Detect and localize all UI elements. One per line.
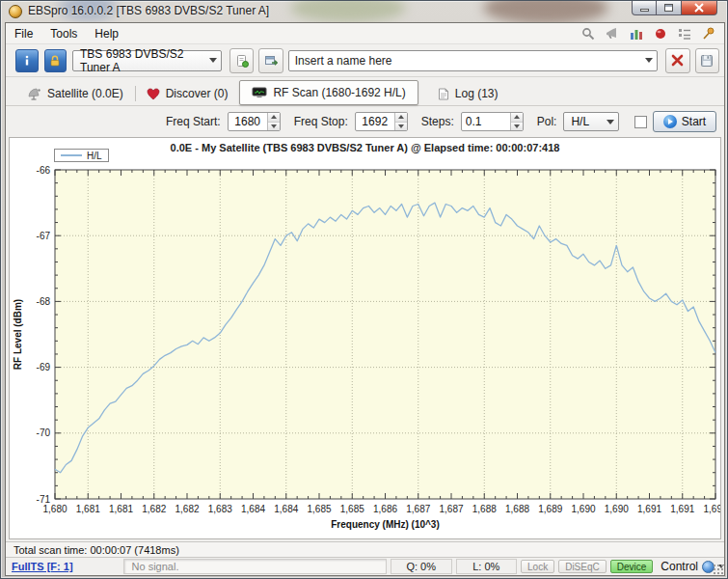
tab-satellite[interactable]: Satellite (0.0E) xyxy=(15,82,135,105)
freq-stop-input[interactable] xyxy=(356,113,394,130)
tab-log[interactable]: Log (13) xyxy=(426,82,510,105)
info-button[interactable] xyxy=(15,49,39,72)
svg-text:1,688: 1,688 xyxy=(472,504,497,514)
fullts-cell: FullTS [F: 1] xyxy=(6,559,120,574)
heart-icon xyxy=(147,88,160,100)
steps-input[interactable] xyxy=(462,113,510,130)
note-tag-icon xyxy=(235,54,249,68)
chevron-up-icon xyxy=(514,115,520,119)
lock-button[interactable] xyxy=(44,49,67,72)
menu-help[interactable]: Help xyxy=(86,24,127,43)
svg-text:1,689: 1,689 xyxy=(538,504,562,514)
resize-grip[interactable] xyxy=(712,563,723,574)
task-list-icon[interactable] xyxy=(677,26,692,41)
svg-text:1,688: 1,688 xyxy=(505,504,529,514)
save-floppy-icon xyxy=(700,54,714,68)
pol-label: Pol: xyxy=(537,115,557,128)
spin-down-button[interactable] xyxy=(268,123,280,131)
minimize-icon xyxy=(640,9,649,12)
fullts-link[interactable]: FullTS [F: 1] xyxy=(12,561,73,572)
satellite-dish-icon xyxy=(27,88,41,100)
svg-text:1,685: 1,685 xyxy=(340,504,364,514)
loop-checkbox[interactable] xyxy=(634,116,647,128)
tab-label: Discover (0) xyxy=(166,87,229,100)
announce-icon[interactable] xyxy=(605,26,620,41)
freq-start-label: Freq Start: xyxy=(166,115,221,128)
svg-text:1,690: 1,690 xyxy=(571,504,595,514)
name-combo-dropdown[interactable] xyxy=(641,51,657,70)
svg-text:Frequency (MHz) (10^3): Frequency (MHz) (10^3) xyxy=(331,519,440,530)
pol-select[interactable]: H/L xyxy=(563,112,619,131)
app-window: EBSpro 16.0.0.2 [TBS 6983 DVBS/S2 Tuner … xyxy=(0,0,728,579)
export-window-icon xyxy=(264,54,278,68)
freq-stop-label: Freq Stop: xyxy=(294,115,348,128)
svg-text:-71: -71 xyxy=(37,494,51,505)
svg-text:1,684: 1,684 xyxy=(241,504,265,514)
bar-chart-icon[interactable] xyxy=(629,26,644,41)
chart-title: 0.0E - My Satellite (TBS 6983 DVBS/S2 Tu… xyxy=(10,142,720,153)
svg-text:-67: -67 xyxy=(37,231,51,241)
device-button[interactable]: Device xyxy=(610,560,654,573)
tuner-select[interactable]: TBS 6983 DVBS/S2 Tuner A xyxy=(72,50,222,71)
record-icon[interactable] xyxy=(653,26,668,41)
scan-time-text: Total scan time: 00:00:07 (7418ms) xyxy=(13,544,179,556)
menu-bar: File Tools Help xyxy=(6,23,724,44)
spinner-arrows xyxy=(267,113,280,130)
pin-icon[interactable] xyxy=(701,26,716,41)
menu-tools[interactable]: Tools xyxy=(41,24,86,43)
svg-text:1,682: 1,682 xyxy=(142,504,166,514)
client-area: File Tools Help xyxy=(5,22,725,576)
svg-text:1,687: 1,687 xyxy=(439,504,463,514)
search-icon[interactable] xyxy=(580,26,596,41)
chevron-up-icon xyxy=(271,115,277,119)
tab-rf-scan[interactable]: RF Scan (1680-1692 H/L) xyxy=(239,80,418,105)
lock-indicator-button[interactable]: Lock xyxy=(521,560,554,573)
name-combo-input[interactable] xyxy=(289,54,641,68)
freq-start-input[interactable] xyxy=(229,113,267,130)
freq-stop-spinner xyxy=(355,112,408,131)
delete-x-icon xyxy=(671,54,684,67)
spin-down-button[interactable] xyxy=(511,123,523,131)
minimize-button[interactable] xyxy=(632,1,657,15)
tab-discover[interactable]: Discover (0) xyxy=(135,82,240,105)
spin-up-button[interactable] xyxy=(395,113,407,123)
close-button[interactable] xyxy=(681,1,717,15)
titlebar[interactable]: EBSpro 16.0.0.2 [TBS 6983 DVBS/S2 Tuner … xyxy=(1,1,728,22)
save-button[interactable] xyxy=(695,48,719,73)
quality-cell: Q: 0% xyxy=(391,559,452,574)
signal-status-field: No signal. xyxy=(123,559,387,574)
svg-text:1,686: 1,686 xyxy=(373,504,397,514)
steps-spinner xyxy=(461,112,524,131)
svg-text:1,681: 1,681 xyxy=(76,504,100,514)
caption-buttons xyxy=(632,1,717,15)
lock-icon xyxy=(48,54,62,68)
tab-label: RF Scan (1680-1692 H/L) xyxy=(273,86,405,99)
tab-label: Log (13) xyxy=(455,87,499,100)
svg-text:-70: -70 xyxy=(37,427,51,438)
log-page-icon xyxy=(438,88,449,100)
svg-text:-66: -66 xyxy=(37,165,51,176)
spin-down-button[interactable] xyxy=(395,123,407,131)
start-button[interactable]: Start xyxy=(653,111,716,132)
level-cell: L: 0% xyxy=(456,559,518,574)
maximize-button[interactable] xyxy=(657,1,681,15)
diseqc-button[interactable]: DiSEqC xyxy=(558,560,607,573)
menu-file[interactable]: File xyxy=(6,24,41,43)
app-logo-icon xyxy=(9,5,22,18)
chart-legend: H/L xyxy=(54,149,109,162)
svg-text:1,691: 1,691 xyxy=(637,504,661,514)
svg-text:1,681: 1,681 xyxy=(109,504,133,514)
svg-text:1,687: 1,687 xyxy=(406,504,430,514)
svg-text:RF Level (dBm): RF Level (dBm) xyxy=(13,299,23,370)
export-window-button[interactable] xyxy=(258,48,283,73)
spin-up-button[interactable] xyxy=(268,113,280,123)
spinner-arrows xyxy=(394,113,407,130)
note-tag-button[interactable] xyxy=(229,48,254,73)
svg-text:-69: -69 xyxy=(37,362,51,372)
svg-text:1,683: 1,683 xyxy=(208,504,232,514)
chevron-up-icon xyxy=(398,115,404,119)
freq-start-spinner xyxy=(228,112,281,131)
toolbar: TBS 6983 DVBS/S2 Tuner A xyxy=(6,44,724,77)
delete-entry-button[interactable] xyxy=(665,48,689,73)
spin-up-button[interactable] xyxy=(511,113,523,123)
